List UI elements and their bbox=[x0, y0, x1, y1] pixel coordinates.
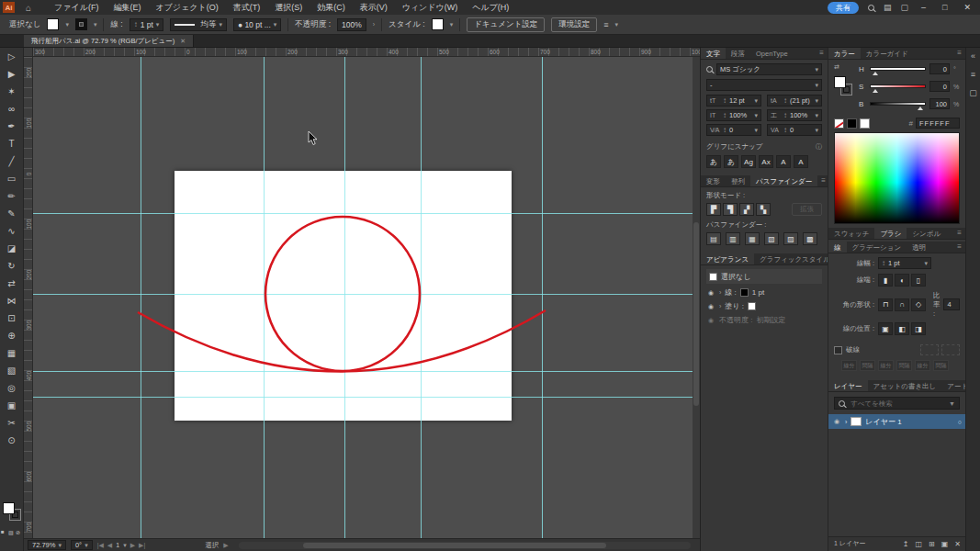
shape-mode-button[interactable]: ▞ bbox=[739, 203, 754, 216]
tool-button[interactable]: ◪ bbox=[2, 240, 22, 257]
character-field[interactable]: IT ↕ 100% ▾ bbox=[706, 109, 761, 121]
panel-menu-icon[interactable]: ≡ bbox=[816, 48, 828, 59]
canvas[interactable] bbox=[33, 57, 700, 538]
next-artboard-icon[interactable]: ▶ bbox=[130, 542, 135, 549]
caret-down-icon[interactable]: ▾ bbox=[815, 112, 818, 119]
artboard-number[interactable]: 1 bbox=[116, 542, 119, 548]
layer-name[interactable]: レイヤー 1 bbox=[865, 417, 901, 427]
caret-down-icon[interactable]: ▾ bbox=[815, 66, 818, 73]
layer-visibility-icon[interactable]: ◉ bbox=[832, 418, 841, 425]
opacity-field[interactable]: 100% bbox=[337, 18, 366, 31]
tool-button[interactable]: ✶ bbox=[2, 83, 22, 100]
font-style-field[interactable]: - ▾ bbox=[706, 79, 822, 91]
tool-button[interactable]: ↻ bbox=[2, 257, 22, 275]
collapse-panels-icon[interactable]: « bbox=[971, 51, 975, 61]
stepper-icon[interactable]: ↕ bbox=[882, 259, 885, 267]
vertical-ruler[interactable]: 2001000100200300400500600700 bbox=[24, 57, 33, 538]
appearance-opacity-row[interactable]: ◉ 不透明度 : 初期設定 bbox=[706, 315, 822, 325]
eye-icon[interactable]: ◉ bbox=[706, 303, 715, 310]
color-mode-button[interactable]: ▨ bbox=[8, 529, 15, 535]
character-field[interactable]: tA ↕ (21 pt) ▾ bbox=[767, 95, 822, 107]
slider-thumb[interactable] bbox=[873, 72, 878, 75]
corner-button[interactable]: ∩ bbox=[895, 298, 909, 311]
disclosure-icon[interactable]: › bbox=[719, 289, 721, 296]
last-artboard-icon[interactable]: ▶| bbox=[139, 542, 145, 549]
eye-icon[interactable]: ◉ bbox=[706, 317, 715, 324]
cap-button[interactable]: ▯ bbox=[911, 274, 926, 287]
restore-button[interactable]: □ bbox=[939, 3, 951, 12]
color-spectrum[interactable] bbox=[834, 132, 960, 224]
tab-brushes[interactable]: ブラシ bbox=[874, 228, 907, 239]
menu-item[interactable]: ヘルプ(H) bbox=[466, 1, 515, 15]
character-field[interactable]: VA ↕ 0 ▾ bbox=[767, 124, 822, 136]
stepper-icon[interactable]: ↕ bbox=[783, 111, 787, 119]
stepper-icon[interactable]: ↕ bbox=[723, 111, 727, 119]
stroke-align-button[interactable]: ◨ bbox=[911, 322, 926, 335]
layer-row[interactable]: ◉ › レイヤー 1 ○ bbox=[828, 414, 965, 429]
preferences-button[interactable]: 環境設定 bbox=[551, 17, 597, 32]
tool-button[interactable]: ▣ bbox=[2, 397, 22, 414]
pathfinder-button[interactable]: ▩ bbox=[803, 232, 817, 245]
stroke-caret-icon[interactable]: ▾ bbox=[94, 21, 97, 28]
caret-down-icon[interactable]: ▾ bbox=[754, 112, 758, 119]
arrange-documents-icon[interactable]: ▤ bbox=[884, 3, 892, 12]
tool-button[interactable]: ◎ bbox=[2, 379, 22, 397]
fill-color-swatch[interactable] bbox=[3, 502, 15, 514]
slider-value[interactable]: 0 bbox=[929, 63, 950, 74]
tool-button[interactable]: T bbox=[2, 135, 22, 152]
share-button[interactable]: 共有 bbox=[828, 2, 859, 14]
caret-down-icon[interactable]: ▾ bbox=[815, 127, 818, 134]
home-icon[interactable]: ⌂ bbox=[26, 3, 31, 13]
horizontal-scrollbar[interactable] bbox=[239, 542, 691, 549]
stepper-icon[interactable]: ↕ bbox=[783, 126, 787, 134]
eye-icon[interactable]: ◉ bbox=[706, 289, 715, 297]
swap-colors-icon[interactable]: ⇄ bbox=[834, 63, 839, 71]
tool-button[interactable]: ✒ bbox=[2, 118, 22, 135]
pathfinder-button[interactable]: ▥ bbox=[726, 232, 740, 245]
variable-width-profile[interactable]: 均等 ▾ bbox=[170, 18, 227, 31]
rotation-field[interactable]: 0° ▾ bbox=[71, 540, 93, 550]
vertical-scrollbar[interactable] bbox=[693, 57, 700, 538]
menu-item[interactable]: オブジェクト(O) bbox=[149, 1, 224, 15]
tool-button[interactable]: ▷ bbox=[2, 48, 22, 65]
caret-down-icon[interactable]: ▾ bbox=[219, 21, 222, 28]
glyph-snap-button[interactable]: あ bbox=[724, 155, 738, 168]
caret-down-icon[interactable]: ▾ bbox=[615, 21, 619, 28]
menu-item[interactable]: ファイル(F) bbox=[48, 1, 105, 15]
tab-asset-export[interactable]: アセットの書き出し bbox=[868, 380, 942, 391]
layers-search-input[interactable] bbox=[849, 399, 945, 409]
font-search-icon[interactable] bbox=[706, 66, 713, 73]
character-field[interactable]: 工 ↕ 100% ▾ bbox=[767, 109, 822, 121]
cap-button[interactable]: ◖ bbox=[895, 274, 909, 287]
stroke-align-button[interactable]: ▣ bbox=[878, 322, 893, 335]
fill-swatch[interactable] bbox=[47, 18, 59, 30]
tool-button[interactable]: ╱ bbox=[2, 152, 22, 170]
menu-item[interactable]: 選択(S) bbox=[268, 1, 309, 15]
tab-transform[interactable]: 変形 bbox=[701, 175, 726, 186]
fill-stroke-control[interactable] bbox=[3, 502, 21, 523]
tool-button[interactable]: ▦ bbox=[2, 344, 22, 362]
info-icon[interactable]: ⓘ bbox=[816, 142, 822, 152]
menu-item[interactable]: 編集(E) bbox=[107, 1, 147, 15]
style-swatch[interactable] bbox=[432, 18, 444, 30]
opacity-more-icon[interactable]: › bbox=[373, 21, 375, 28]
black-swatch[interactable] bbox=[847, 118, 857, 129]
brightness-slider[interactable] bbox=[870, 102, 926, 106]
workspace-icon[interactable]: ▢ bbox=[900, 3, 908, 12]
brush-definition[interactable]: ● 10 pt ... ▾ bbox=[233, 18, 281, 31]
panel-menu-icon[interactable]: ≡ bbox=[953, 242, 965, 253]
glyph-snap-button[interactable]: A bbox=[776, 155, 791, 168]
tab-symbols[interactable]: シンボル bbox=[907, 228, 946, 239]
tab-swatches[interactable]: スウォッチ bbox=[828, 228, 874, 239]
stepper-icon[interactable]: ↕ bbox=[723, 96, 727, 105]
hue-slider[interactable] bbox=[870, 67, 926, 71]
tab-transparency[interactable]: 透明 bbox=[907, 242, 931, 253]
tool-button[interactable]: ⇄ bbox=[2, 275, 22, 292]
tool-button[interactable]: ▭ bbox=[2, 170, 22, 187]
disclosure-icon[interactable]: › bbox=[719, 303, 721, 309]
dock-panel-icon[interactable]: ≡ bbox=[971, 70, 975, 79]
color-mode-button[interactable]: ■ bbox=[1, 529, 7, 535]
pathfinder-button[interactable]: ▤ bbox=[706, 232, 721, 245]
cap-button[interactable]: ▮ bbox=[878, 274, 893, 287]
stroke-align-button[interactable]: ◧ bbox=[895, 322, 909, 335]
